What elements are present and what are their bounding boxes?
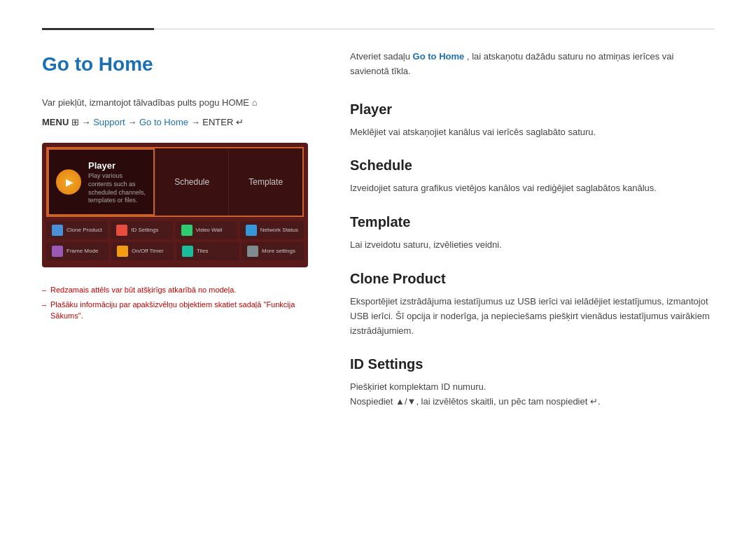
frame-mode-tile: Frame Mode [46,242,108,260]
id-settings-heading: ID Settings [350,353,714,374]
onoff-label: On/Off Timer [132,247,164,255]
clone-body: Eksportējiet izstrādājuma iestatījumus u… [350,295,714,338]
frame-icon [52,246,63,257]
icon-row-2: Frame Mode On/Off Timer Tiles More [46,242,304,260]
right-intro-link: Go to Home [413,51,465,62]
id-settings-body2: Nospiediet ▲/▼, lai izvēlētos skaitli, u… [350,395,714,409]
template-body: Lai izveidotu saturu, izvēlieties veidni… [350,238,714,253]
menu-prefix: MENU [42,117,69,127]
section-id-settings: ID Settings Piešķiriet komplektam ID num… [350,353,714,409]
video-icon [181,225,192,236]
play-button-icon [56,169,81,195]
menu-support: Support [93,117,125,127]
icon-row-1: Clone Product ID Settings Video Wall [46,221,304,239]
schedule-body: Izveidojiet satura grafikus vietējos kan… [350,181,714,196]
page-title: Go to Home [42,50,308,79]
menu-arrow: → [82,117,94,127]
menu-arrow2: → [127,117,139,127]
onoff-timer-tile: On/Off Timer [111,242,174,260]
rule-dark [42,28,154,30]
onoff-icon [117,246,128,257]
player-sub: Play various contents such as scheduled … [88,172,146,205]
id-label: ID Settings [131,226,158,234]
tiles-label: Tiles [197,247,209,255]
right-column: Atveriet sadaļu Go to Home , lai atskaņo… [350,50,714,425]
menu-path: MENU ⊞ → Support → Go to Home → ENTER ↵ [42,115,308,129]
template-label: Template [248,176,283,188]
network-icon [246,225,257,236]
more-settings-tile: More settings [241,242,304,260]
section-template: Template Lai izveidotu saturu, izvēlieti… [350,211,714,253]
intro-text: Var piekļūt, izmantojot tālvadības pults… [42,96,308,110]
schedule-heading: Schedule [350,155,714,176]
id-icon [116,225,127,236]
intro-text-content: Var piekļūt, izmantojot tālvadības pults… [42,97,249,108]
note-2: Plašāku informāciju par apakšizvēlņu obj… [42,299,308,322]
page-wrapper: Go to Home Var piekļūt, izmantojot tālva… [0,0,756,467]
schedule-label: Schedule [174,176,209,188]
enter-icon: ↵ [236,117,244,127]
player-heading: Player [350,99,714,120]
more-label: More settings [262,247,295,255]
rule-light [154,29,714,29]
notes-section: Redzamais attēls var būt atšķirīgs atkar… [42,284,308,322]
right-intro-line: Atveriet sadaļu Go to Home , lai atskaņo… [350,50,714,79]
frame-label: Frame Mode [66,247,98,255]
clone-heading: Clone Product [350,268,714,289]
id-settings-body1: Piešķiriet komplektam ID numuru. [350,380,714,395]
network-label: Network Status [260,226,298,234]
content-columns: Go to Home Var piekļūt, izmantojot tālva… [42,50,714,425]
tiles-icon [182,246,193,257]
ui-top-row: Player Play various contents such as sch… [46,147,304,217]
clone-icon [52,225,63,236]
home-icon: ⌂ [252,97,258,108]
video-wall-tile: Video Wall [176,221,237,239]
ui-bottom-rows: Clone Product ID Settings Video Wall [42,217,308,267]
menu-icon: ⊞ [71,117,82,127]
ui-player-cell: Player Play various contents such as sch… [48,148,155,216]
video-label: Video Wall [196,226,223,234]
player-body: Meklējiet vai atskaņojiet kanālus vai ie… [350,125,714,140]
tiles-tile: Tiles [176,242,239,260]
player-label: Player [88,159,146,173]
menu-gohome: Go to Home [139,117,188,127]
left-column: Go to Home Var piekļūt, izmantojot tālva… [42,50,308,425]
ui-template-cell: Template [228,148,302,216]
clone-product-tile: Clone Product [46,221,108,239]
section-schedule: Schedule Izveidojiet satura grafikus vie… [350,155,714,196]
right-intro-prefix: Atveriet sadaļu [350,51,413,62]
clone-label: Clone Product [66,226,102,234]
note-1: Redzamais attēls var būt atšķirīgs atkar… [42,284,308,296]
player-text-block: Player Play various contents such as sch… [88,159,146,205]
network-status-tile: Network Status [240,221,304,239]
ui-screenshot: Player Play various contents such as sch… [42,143,308,267]
section-player: Player Meklējiet vai atskaņojiet kanālus… [350,99,714,140]
section-clone: Clone Product Eksportējiet izstrādājuma … [350,268,714,338]
id-settings-tile: ID Settings [111,221,172,239]
more-icon [247,246,258,257]
template-heading: Template [350,211,714,232]
ui-schedule-cell: Schedule [155,148,229,216]
top-rules [42,28,714,30]
menu-arrow3: → ENTER [191,117,236,127]
